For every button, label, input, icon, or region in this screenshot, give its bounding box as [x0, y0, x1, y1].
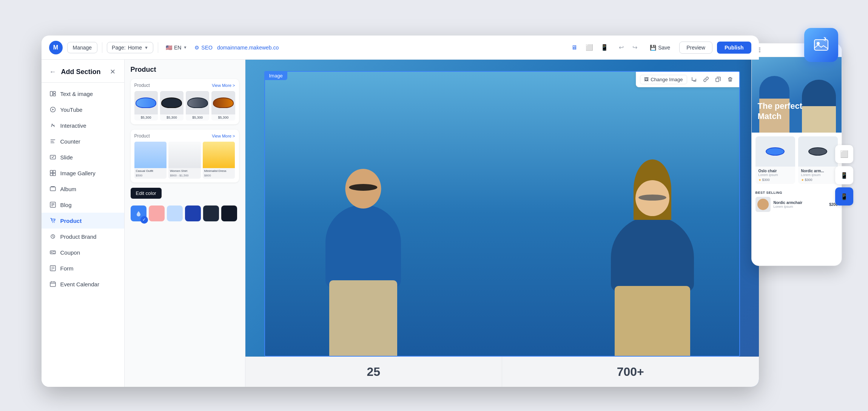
swatch-navy[interactable] — [185, 206, 201, 221]
sidebar-item-product[interactable]: Product — [42, 213, 124, 229]
canvas-area: Image 🖼 Change Image — [245, 60, 759, 387]
sidebar-item-album[interactable]: Album — [42, 181, 124, 197]
template-item-sg-3[interactable]: $5,300 — [186, 91, 209, 121]
template-img-sg-1 — [134, 91, 158, 114]
svg-rect-14 — [51, 186, 55, 187]
counter-icon — [49, 138, 57, 145]
person-right-lower — [615, 286, 690, 356]
blog-icon — [49, 201, 57, 209]
template-item-sg-4[interactable]: $5,300 — [211, 91, 235, 121]
topbar: M Manage Page: Home ▼ 🇺🇸 EN ▼ ⚙ SEO doma… — [42, 36, 759, 60]
domain-link[interactable]: domainname.makeweb.co — [217, 45, 279, 51]
save-icon: 💾 — [650, 45, 656, 51]
template-card-1[interactable]: Product View More > $5,300 — [131, 79, 239, 124]
template-card-1-label: Product — [134, 83, 150, 88]
sidebar-item-image-gallery[interactable]: Image Gallery — [42, 165, 124, 181]
hero-section[interactable]: Image 🖼 Change Image — [264, 71, 740, 357]
manage-button[interactable]: Manage — [67, 42, 98, 53]
close-button[interactable]: ✕ — [108, 66, 118, 77]
image-gallery-icon — [49, 169, 57, 177]
clothing-price-1: $500 — [134, 174, 167, 179]
mobile-product-card-1[interactable]: Oslo chair Lorem ipsum ★ $300 — [755, 136, 795, 184]
crop-icon[interactable] — [689, 74, 699, 85]
form-icon — [49, 264, 57, 272]
svg-rect-12 — [53, 173, 56, 176]
sidebar-item-blog[interactable]: Blog — [42, 197, 124, 213]
sg-price-3: $5,300 — [186, 114, 209, 121]
best-selling-item-1[interactable]: Nordic armchair Lorem ipsum $206 — [755, 197, 838, 212]
undo-redo-group: ↩ ↪ — [615, 42, 641, 54]
event-calendar-icon — [49, 280, 57, 288]
back-button[interactable]: ← — [48, 66, 58, 77]
template-item-sg-1[interactable]: $5,300 — [134, 91, 158, 121]
logo: M — [49, 41, 63, 54]
person-left-head — [345, 169, 381, 209]
save-button[interactable]: 💾 Save — [645, 42, 675, 53]
sidebar-item-event-calendar[interactable]: Event Calendar — [42, 276, 124, 292]
undo-button[interactable]: ↩ — [615, 42, 627, 54]
device-icons: 🖥 ⬜ 📱 — [568, 42, 611, 54]
product-brand-label: Product Brand — [60, 233, 97, 240]
sunglasses-black — [161, 97, 182, 108]
mobile-icon[interactable]: 📱 — [598, 42, 611, 54]
swatch-check: ✓ — [140, 216, 148, 224]
template-item-sg-2[interactable]: $5,300 — [160, 91, 183, 121]
sidebar-item-form[interactable]: Form — [42, 260, 124, 276]
swatch-peach[interactable] — [149, 206, 165, 221]
page-select[interactable]: Page: Home ▼ — [107, 42, 153, 53]
change-image-button[interactable]: 🖼 Change Image — [640, 75, 687, 84]
template-card-2-view-more[interactable]: View More > — [212, 134, 235, 138]
bs-img-1 — [755, 197, 771, 212]
svg-rect-13 — [50, 187, 56, 191]
template-list-item-3[interactable]: Minimalist Dress $800 — [203, 142, 235, 179]
publish-button[interactable]: Publish — [717, 42, 751, 54]
template-card-2[interactable]: Product View More > Casual Outfit $500 — [131, 130, 239, 182]
template-card-1-view-more[interactable]: View More > — [212, 83, 235, 88]
sidebar-item-youtube[interactable]: YouTube — [42, 102, 124, 117]
album-icon — [49, 185, 57, 193]
preview-button[interactable]: Preview — [679, 42, 712, 54]
sidebar-item-interactive[interactable]: Interactive — [42, 117, 124, 133]
person-left-torso — [325, 205, 401, 288]
mobile-sidebar-icon-small[interactable]: 📱 — [835, 166, 853, 184]
lang-button[interactable]: 🇺🇸 EN ▼ — [163, 43, 190, 52]
template-img-sg-2 — [160, 91, 183, 114]
swatch-dark-navy[interactable] — [203, 206, 219, 221]
mobile-product-card-2[interactable]: Nordic arm... Lorem ipsum ★ $300 — [798, 136, 838, 184]
mobile-product-name-2: Nordic arm... — [801, 169, 835, 173]
sidebar-item-slide[interactable]: Slide — [42, 149, 124, 165]
delete-icon[interactable] — [725, 74, 735, 85]
save-label: Save — [658, 45, 670, 51]
floating-image-icon — [804, 28, 838, 62]
slide-label: Slide — [60, 154, 73, 161]
template-card-1-header: Product View More > — [134, 83, 235, 88]
slide-icon — [49, 153, 57, 161]
sidebar-item-text-image[interactable]: Text & image — [42, 86, 124, 102]
swatch-black[interactable] — [221, 206, 237, 221]
tablet-sidebar-icon[interactable]: ⬜ — [835, 145, 853, 163]
person-left-sunglasses — [349, 184, 377, 191]
swatch-sky[interactable] — [167, 206, 183, 221]
mobile-sidebar-icon-active[interactable]: 📱 — [835, 187, 853, 206]
builder-window: M Manage Page: Home ▼ 🇺🇸 EN ▼ ⚙ SEO doma… — [42, 36, 759, 387]
sidebar-item-product-brand[interactable]: Product Brand — [42, 229, 124, 244]
svg-rect-2 — [53, 94, 56, 96]
canvas-content: Image 🖼 Change Image — [245, 60, 759, 387]
mobile-best-selling: BEST SELLING Nordic armchair Lorem ipsum… — [752, 188, 842, 216]
tablet-icon[interactable]: ⬜ — [583, 42, 595, 54]
duplicate-icon[interactable] — [713, 74, 723, 85]
person-right-face — [635, 180, 669, 216]
change-image-icon: 🖼 — [644, 77, 649, 82]
link-icon[interactable] — [701, 74, 711, 85]
sidebar-item-coupon[interactable]: Coupon — [42, 244, 124, 260]
template-list-item-1[interactable]: Casual Outfit $500 — [134, 142, 167, 179]
template-img-sg-4 — [211, 91, 235, 114]
sidebar-item-counter[interactable]: Counter — [42, 133, 124, 149]
seo-button[interactable]: ⚙ SEO — [194, 45, 213, 51]
desktop-icon[interactable]: 🖥 — [568, 42, 580, 54]
svg-rect-0 — [50, 91, 52, 96]
template-list-item-2[interactable]: Women Shirt $900 - $1,500 — [168, 142, 201, 179]
template-list-2: Casual Outfit $500 Women Shirt $900 - $1… — [134, 142, 235, 179]
redo-button[interactable]: ↪ — [629, 42, 641, 54]
chevron-down-icon: ▼ — [144, 45, 148, 50]
